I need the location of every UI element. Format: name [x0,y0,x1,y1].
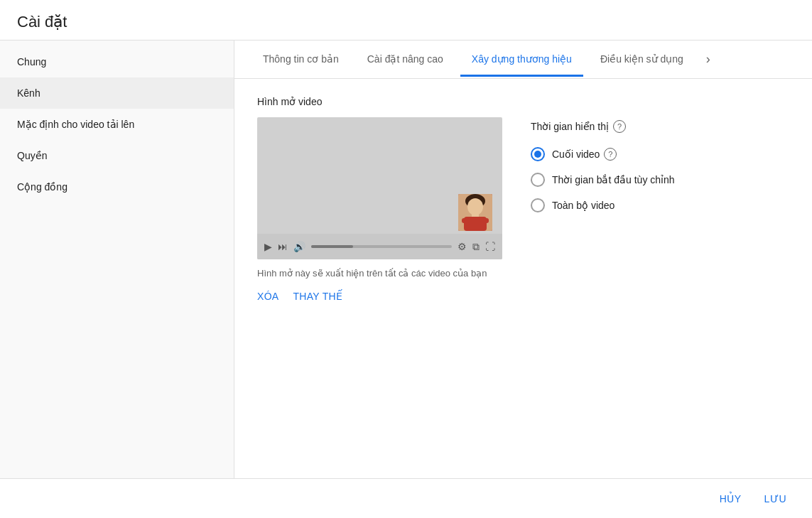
main-content: Thông tin cơ bản Cài đặt nâng cao Xây dự… [234,41,812,514]
progress-fill [311,245,353,248]
radio-label-cuoi-video: Cuối video ? [552,148,617,161]
radio-outer-bat-dau [531,173,545,187]
replace-button[interactable]: THAY THẾ [293,291,342,302]
tabs-bar: Thông tin cơ bản Cài đặt nâng cao Xây dự… [234,41,812,79]
radio-label-toan-bo: Toàn bộ video [552,200,615,211]
skip-button[interactable]: ⏭ [278,241,288,252]
sidebar-item-chung[interactable]: Chung [0,46,234,77]
radio-outer-cuoi-video [531,147,545,161]
display-time-label: Thời gian hiển thị ? [531,120,675,133]
footer-bar: HỦY LƯU [0,478,812,518]
play-button[interactable]: ▶ [264,241,272,252]
radio-outer-toan-bo [531,198,545,212]
radio-bat-dau-tuy-chinh[interactable]: Thời gian bắt đầu tùy chỉnh [531,173,675,187]
settings-button[interactable]: ⚙ [458,241,467,252]
svg-rect-6 [480,218,489,223]
progress-bar[interactable] [311,245,452,248]
miniplayer-button[interactable]: ⧉ [472,241,480,253]
svg-rect-5 [462,218,470,223]
tab-cai-dat-nang-cao[interactable]: Cài đặt nâng cao [356,42,455,77]
radio-cuoi-video[interactable]: Cuối video ? [531,147,675,161]
tab-thong-tin[interactable]: Thông tin cơ bản [251,42,350,77]
video-controls: ▶ ⏭ 🔊 ⚙ ⧉ ⛶ [257,234,502,259]
thumbnail-svg [458,194,492,231]
delete-button[interactable]: XÓA [257,291,278,302]
ctrl-right: ⚙ ⧉ ⛶ [458,241,495,253]
tab-content: Hình mở video [234,79,812,514]
radio-inner-cuoi-video [534,151,541,158]
cancel-button[interactable]: HỦY [717,487,745,510]
sidebar-item-kenh[interactable]: Kênh [0,77,234,109]
video-thumbnail [458,194,492,231]
cuoi-video-help-icon[interactable]: ? [604,148,617,161]
sidebar-item-quyen[interactable]: Quyền [0,140,234,171]
save-button[interactable]: LƯU [762,487,789,510]
fullscreen-button[interactable]: ⛶ [485,241,495,252]
tab-dieu-kien[interactable]: Điều kiện sử dụng [589,42,695,77]
sidebar: Chung Kênh Mặc định cho video tải lên Qu… [0,41,234,514]
sidebar-item-mac-dinh[interactable]: Mặc định cho video tải lên [0,109,234,140]
video-preview-wrap: ▶ ⏭ 🔊 ⚙ ⧉ ⛶ [257,117,789,302]
page-title: Cài đặt [17,13,67,31]
video-player[interactable]: ▶ ⏭ 🔊 ⚙ ⧉ ⛶ [257,117,502,259]
tab-xay-dung[interactable]: Xây dựng thương hiệu [460,42,583,77]
video-caption: Hình mở này sẽ xuất hiện trên tất cả các… [257,266,502,281]
video-preview-left: ▶ ⏭ 🔊 ⚙ ⧉ ⛶ [257,117,502,302]
radio-toan-bo[interactable]: Toàn bộ video [531,198,675,212]
svg-point-2 [467,198,483,215]
sidebar-item-cong-dong[interactable]: Cộng đồng [0,171,234,203]
volume-button[interactable]: 🔊 [293,241,305,252]
display-time-section: Thời gian hiển thị ? Cuối video ? [531,117,675,212]
display-time-help-icon[interactable]: ? [613,120,626,133]
tab-more-button[interactable]: › [700,41,716,78]
radio-label-bat-dau: Thời gian bắt đầu tùy chỉnh [552,174,675,185]
video-actions: XÓA THAY THẾ [257,291,502,302]
section-label: Hình mở video [257,96,789,107]
